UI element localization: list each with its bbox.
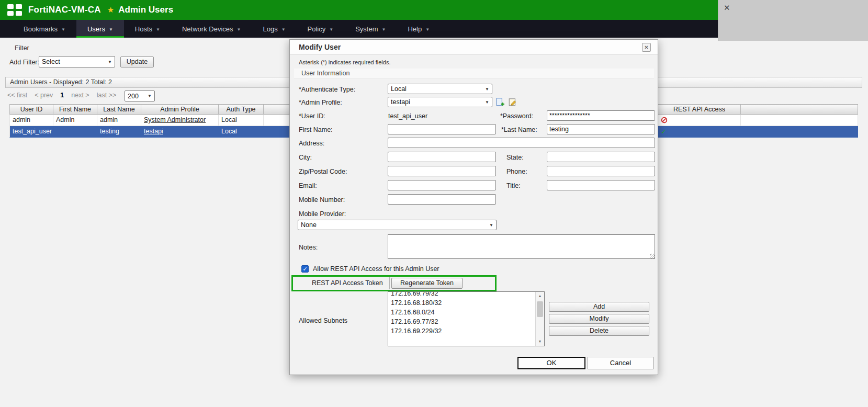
allowed-subnets-listbox[interactable]: 172.16.69.79/32 172.16.68.180/32 172.16.… bbox=[388, 291, 545, 346]
phone-field[interactable] bbox=[547, 166, 655, 176]
cancel-button[interactable]: Cancel bbox=[588, 357, 653, 369]
admin-profile-label: *Admin Profile: bbox=[299, 99, 342, 106]
dialog-close-button[interactable]: ✕ bbox=[642, 43, 651, 52]
panel-close-icon[interactable]: ✕ bbox=[724, 3, 730, 13]
add-admin-profile-icon[interactable] bbox=[495, 97, 505, 107]
col-rest-api-access[interactable]: REST API Access bbox=[658, 104, 741, 115]
menu-label: System bbox=[355, 25, 378, 33]
chevron-down-icon: ▼ bbox=[237, 27, 241, 32]
address-field[interactable] bbox=[388, 138, 655, 148]
menu-policy[interactable]: Policy ▼ bbox=[297, 20, 345, 38]
col-user-id[interactable]: User ID bbox=[9, 104, 53, 115]
menu-users[interactable]: Users ▼ bbox=[76, 20, 124, 38]
fortinac-app-window: FortiNAC-VM-CA ★ Admin Users ✕ Bookmarks… bbox=[0, 0, 868, 407]
rest-api-token-highlight-box: REST API Access Token Regenerate Token bbox=[291, 275, 497, 291]
mobile-provider-select[interactable]: None ▼ bbox=[298, 220, 497, 230]
cell-auth-type: Local bbox=[219, 115, 264, 126]
pagination: << first < prev 1 next > last >> bbox=[7, 92, 116, 99]
scroll-down-icon[interactable]: ▼ bbox=[536, 337, 544, 346]
col-auth-type[interactable]: Auth Type bbox=[219, 104, 264, 115]
cell-first-name: Admin bbox=[53, 115, 97, 126]
first-name-field[interactable] bbox=[388, 124, 496, 134]
cell-admin-profile: System Administrator bbox=[141, 115, 219, 126]
title-field[interactable] bbox=[547, 180, 655, 190]
subnet-modify-button[interactable]: Modify bbox=[549, 314, 649, 324]
chevron-down-icon: ▼ bbox=[425, 27, 430, 32]
ok-button[interactable]: OK bbox=[517, 357, 585, 369]
subnet-add-button[interactable]: Add bbox=[549, 302, 649, 312]
cell-user-id: admin bbox=[9, 115, 53, 126]
mobile-provider-label: Mobile Provider: bbox=[299, 210, 346, 218]
menu-label: Network Devices bbox=[182, 25, 233, 33]
page-size-select[interactable]: 200 ▼ bbox=[125, 91, 155, 101]
page-size-value: 200 bbox=[128, 93, 139, 100]
subnet-item[interactable]: 172.16.69.229/32 bbox=[391, 326, 535, 336]
menu-hosts[interactable]: Hosts ▼ bbox=[124, 20, 171, 38]
menu-logs[interactable]: Logs ▼ bbox=[252, 20, 296, 38]
menu-bookmarks[interactable]: Bookmarks ▼ bbox=[13, 20, 76, 38]
subnet-item[interactable]: 172.16.69.79/32 bbox=[391, 292, 535, 298]
menu-label: Users bbox=[87, 25, 105, 33]
rest-api-token-label: REST API Access Token bbox=[312, 279, 383, 287]
pagination-first[interactable]: << first bbox=[7, 92, 27, 99]
admin-profile-link[interactable]: System Administrator bbox=[144, 116, 206, 123]
rest-api-allowed-icon: ✓ bbox=[661, 128, 667, 135]
title-label: Title: bbox=[506, 182, 521, 189]
admin-profile-link[interactable]: testapi bbox=[144, 128, 163, 135]
col-spacer bbox=[741, 104, 858, 115]
edit-admin-profile-icon[interactable] bbox=[508, 97, 517, 107]
col-first-name[interactable]: First Name bbox=[53, 104, 97, 115]
subnet-item[interactable]: 172.16.69.77/32 bbox=[391, 317, 535, 326]
subnet-item[interactable]: 172.16.68.180/32 bbox=[391, 298, 535, 308]
divider bbox=[389, 277, 390, 289]
favorite-star-icon[interactable]: ★ bbox=[107, 5, 114, 15]
menu-label: Help bbox=[408, 25, 422, 33]
listbox-scrollbar[interactable]: ▲ ▼ bbox=[535, 292, 544, 346]
allow-rest-api-label: Allow REST API Access for this Admin Use… bbox=[313, 265, 439, 273]
scrollbar-thumb[interactable] bbox=[537, 301, 543, 317]
authenticate-type-value: Local bbox=[391, 85, 407, 93]
menu-label: Policy bbox=[308, 25, 326, 33]
zip-postal-code-field[interactable] bbox=[388, 166, 496, 176]
dialog-titlebar[interactable]: Modify User ✕ bbox=[290, 40, 658, 55]
col-last-name[interactable]: Last Name bbox=[97, 104, 141, 115]
menu-system[interactable]: System ▼ bbox=[344, 20, 397, 38]
admin-profile-select[interactable]: testapi ▼ bbox=[388, 97, 492, 107]
mobile-number-field[interactable] bbox=[388, 194, 496, 205]
add-filter-select[interactable]: Select ▼ bbox=[39, 56, 115, 67]
regenerate-token-button[interactable]: Regenerate Token bbox=[391, 278, 463, 289]
cell-auth-type: Local bbox=[219, 126, 264, 138]
menu-network-devices[interactable]: Network Devices ▼ bbox=[171, 20, 252, 38]
state-label: State: bbox=[506, 154, 524, 161]
modify-user-dialog: Modify User ✕ Asterisk (*) indicates req… bbox=[289, 39, 658, 375]
email-field[interactable] bbox=[388, 180, 496, 190]
password-field[interactable] bbox=[547, 110, 655, 121]
authenticate-type-select[interactable]: Local ▼ bbox=[388, 84, 492, 94]
scroll-up-icon[interactable]: ▲ bbox=[536, 292, 544, 300]
user-information-section-title: User Information bbox=[294, 69, 654, 79]
zip-postal-code-label: Zip/Postal Code: bbox=[299, 168, 347, 175]
phone-label: Phone: bbox=[506, 168, 527, 175]
subnet-item[interactable]: 172.16.68.0/24 bbox=[391, 308, 535, 317]
allow-rest-api-checkbox[interactable]: ✓ bbox=[301, 265, 309, 273]
pagination-prev[interactable]: < prev bbox=[35, 92, 53, 99]
subnet-delete-button[interactable]: Delete bbox=[549, 326, 649, 336]
notes-field[interactable] bbox=[388, 234, 655, 259]
email-label: Email: bbox=[299, 182, 317, 189]
city-field[interactable] bbox=[388, 152, 496, 162]
user-id-label: *User ID: bbox=[299, 112, 325, 120]
chevron-down-icon: ▼ bbox=[281, 27, 286, 32]
pagination-next[interactable]: next > bbox=[71, 92, 89, 99]
chevron-down-icon: ▼ bbox=[156, 27, 160, 32]
notes-label: Notes: bbox=[299, 244, 318, 251]
first-name-label: First Name: bbox=[299, 126, 333, 133]
menu-help[interactable]: Help ▼ bbox=[397, 20, 441, 38]
cell-user-id: test_api_user bbox=[9, 126, 53, 138]
pagination-last[interactable]: last >> bbox=[97, 92, 117, 99]
dialog-title: Modify User bbox=[299, 43, 341, 51]
col-admin-profile[interactable]: Admin Profile bbox=[141, 104, 219, 115]
last-name-field[interactable] bbox=[547, 124, 655, 134]
state-field[interactable] bbox=[547, 152, 655, 162]
update-button[interactable]: Update bbox=[120, 56, 154, 67]
cell-last-name: admin bbox=[97, 115, 141, 126]
